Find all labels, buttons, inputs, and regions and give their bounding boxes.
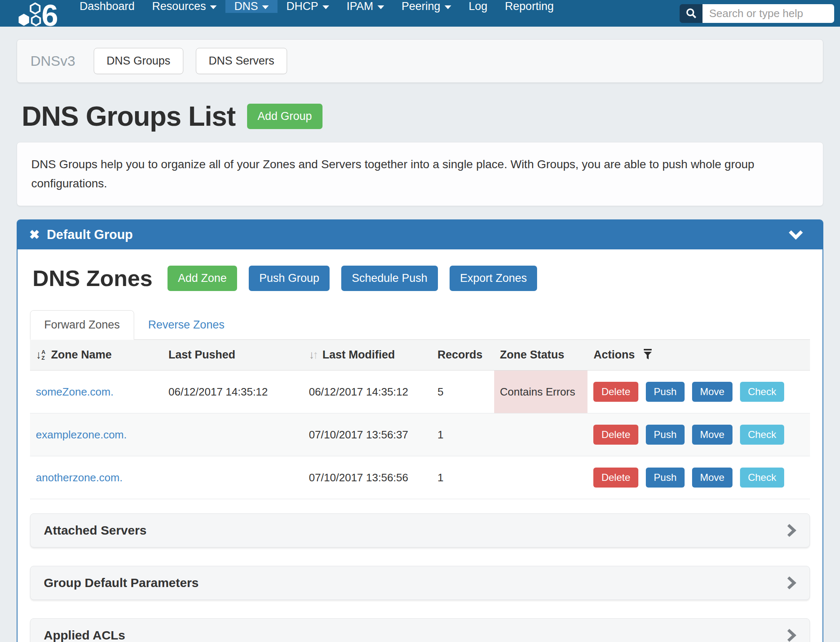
- default-group-header[interactable]: ✖ Default Group: [18, 220, 822, 249]
- last-modified-value: 07/10/2017 13:56:37: [303, 413, 432, 456]
- tab-reverse-zones[interactable]: Reverse Zones: [134, 310, 239, 340]
- move-button[interactable]: Move: [692, 425, 732, 445]
- nav-item-dashboard[interactable]: Dashboard: [71, 0, 143, 13]
- close-icon[interactable]: ✖: [29, 229, 40, 241]
- caret-down-icon: [378, 5, 384, 9]
- tab-forward-zones[interactable]: Forward Zones: [30, 310, 134, 340]
- push-button[interactable]: Push: [646, 425, 685, 445]
- nav-item-dhcp[interactable]: DHCP: [278, 0, 338, 13]
- filter-icon[interactable]: [642, 348, 653, 360]
- row-actions: Delete Push Move Check: [588, 371, 810, 413]
- page-content: DNSv3 DNS Groups DNS Servers DNS Groups …: [17, 27, 823, 642]
- export-zones-button[interactable]: Export Zones: [450, 266, 538, 291]
- nav-item-dns[interactable]: DNS: [225, 0, 278, 13]
- nav-item-reporting[interactable]: Reporting: [496, 0, 562, 13]
- group-accordions: Attached Servers Group Default Parameter…: [30, 513, 810, 642]
- header-last-pushed[interactable]: Last Pushed: [162, 340, 303, 371]
- nav-item-resources[interactable]: Resources: [143, 0, 225, 13]
- check-button[interactable]: Check: [740, 382, 784, 402]
- dns-groups-button[interactable]: DNS Groups: [94, 48, 183, 74]
- collapse-chevron-down-icon[interactable]: [788, 229, 803, 240]
- top-navbar: 6 Dashboard Resources DNS DHCP IPAM Peer…: [0, 0, 840, 27]
- page-heading-row: DNS Groups List Add Group: [22, 100, 823, 132]
- sort-updown-icon: ↓↑: [309, 349, 318, 361]
- default-group-body: DNS Zones Add Zone Push Group Schedule P…: [18, 249, 822, 642]
- caret-down-icon: [210, 5, 217, 9]
- caret-down-icon: [262, 5, 269, 9]
- header-records[interactable]: Records: [432, 340, 494, 371]
- move-button[interactable]: Move: [692, 382, 732, 402]
- sort-alpha-asc-icon: ↓AZ: [36, 349, 45, 361]
- group-title: Default Group: [47, 227, 133, 242]
- main-menu: Dashboard Resources DNS DHCP IPAM Peerin…: [71, 0, 562, 27]
- records-value: 1: [432, 456, 494, 499]
- search-button[interactable]: [680, 4, 702, 23]
- delete-button[interactable]: Delete: [593, 468, 638, 488]
- header-actions: Actions: [588, 340, 810, 371]
- dnsv3-label: DNSv3: [28, 53, 75, 69]
- zones-table: ↓AZ Zone Name Last Pushed ↓↑ Last Modifi…: [30, 340, 810, 499]
- zone-link[interactable]: examplezone.com.: [36, 428, 127, 441]
- last-pushed-value: 06/12/2017 14:35:12: [162, 371, 303, 413]
- nav-item-log[interactable]: Log: [460, 0, 496, 13]
- table-row: examplezone.com. 07/10/2017 13:56:37 1 D…: [30, 413, 810, 456]
- zone-link[interactable]: anotherzone.com.: [36, 471, 122, 484]
- table-row: anotherzone.com. 07/10/2017 13:56:56 1 D…: [30, 456, 810, 499]
- dns-zones-toolbar: DNS Zones Add Zone Push Group Schedule P…: [32, 265, 810, 291]
- description-panel: DNS Groups help you to organize all of y…: [17, 142, 823, 206]
- last-modified-value: 07/10/2017 13:56:56: [303, 456, 432, 499]
- last-modified-value: 06/12/2017 14:35:12: [303, 371, 432, 413]
- accordion-applied-acls[interactable]: Applied ACLs: [30, 618, 810, 642]
- nav-item-ipam[interactable]: IPAM: [338, 0, 393, 13]
- push-group-button[interactable]: Push Group: [249, 266, 330, 291]
- delete-button[interactable]: Delete: [593, 425, 638, 445]
- nav-item-peering[interactable]: Peering: [393, 0, 460, 13]
- description-text: DNS Groups help you to organize all of y…: [31, 155, 809, 193]
- caret-down-icon: [445, 5, 451, 9]
- check-button[interactable]: Check: [740, 425, 784, 445]
- records-value: 5: [432, 371, 494, 413]
- header-zone-status[interactable]: Zone Status: [494, 340, 588, 371]
- chevron-right-icon: [786, 576, 796, 590]
- zone-link[interactable]: someZone.com.: [36, 386, 113, 398]
- last-pushed-value: [162, 456, 303, 499]
- row-actions: Delete Push Move Check: [588, 413, 810, 456]
- push-button[interactable]: Push: [646, 382, 685, 402]
- row-actions: Delete Push Move Check: [588, 456, 810, 499]
- add-zone-button[interactable]: Add Zone: [168, 266, 237, 291]
- table-header-row: ↓AZ Zone Name Last Pushed ↓↑ Last Modifi…: [30, 340, 810, 371]
- app-logo[interactable]: 6: [0, 0, 71, 27]
- add-group-button[interactable]: Add Group: [247, 104, 322, 129]
- accordion-group-default-parameters[interactable]: Group Default Parameters: [30, 566, 810, 600]
- zone-status-badge: Contains Errors: [494, 371, 588, 413]
- default-group-panel: ✖ Default Group DNS Zones Add Zone Push …: [17, 219, 823, 642]
- global-search: [680, 4, 834, 23]
- search-input[interactable]: [702, 4, 834, 23]
- zone-status-badge: [494, 413, 588, 456]
- accordion-attached-servers[interactable]: Attached Servers: [30, 513, 810, 547]
- zone-status-badge: [494, 456, 588, 499]
- hexagon-logo-icon: 6: [17, 2, 63, 27]
- schedule-push-button[interactable]: Schedule Push: [341, 266, 438, 291]
- records-value: 1: [432, 413, 494, 456]
- chevron-right-icon: [786, 523, 796, 537]
- table-row: someZone.com. 06/12/2017 14:35:12 06/12/…: [30, 371, 810, 413]
- delete-button[interactable]: Delete: [593, 382, 638, 402]
- move-button[interactable]: Move: [692, 468, 732, 488]
- last-pushed-value: [162, 413, 303, 456]
- page-title: DNS Groups List: [22, 100, 235, 132]
- push-button[interactable]: Push: [646, 468, 685, 488]
- zones-tabs: Forward Zones Reverse Zones: [30, 310, 810, 340]
- header-last-modified[interactable]: ↓↑ Last Modified: [303, 340, 432, 371]
- svg-text:6: 6: [42, 2, 58, 27]
- dns-zones-title: DNS Zones: [32, 265, 152, 291]
- search-icon: [685, 7, 697, 19]
- check-button[interactable]: Check: [740, 468, 784, 488]
- caret-down-icon: [322, 5, 329, 9]
- dns-servers-button[interactable]: DNS Servers: [196, 48, 288, 74]
- chevron-right-icon: [786, 628, 796, 642]
- dnsv3-panel: DNSv3 DNS Groups DNS Servers: [17, 39, 823, 83]
- header-zone-name[interactable]: ↓AZ Zone Name: [30, 340, 162, 371]
